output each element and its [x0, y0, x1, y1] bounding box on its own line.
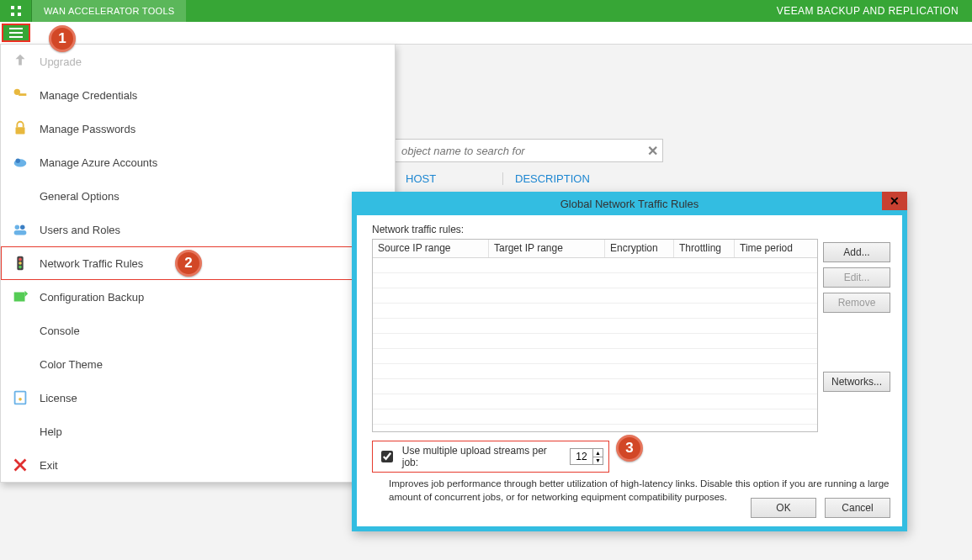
menu-item-configuration-backup[interactable]: Configuration Backup — [1, 280, 395, 314]
menu-item-manage-azure-accounts[interactable]: Manage Azure Accounts — [1, 145, 395, 179]
table-row[interactable] — [373, 334, 817, 349]
svg-rect-6 — [9, 36, 23, 38]
svg-rect-19 — [14, 293, 25, 302]
grid-header-row: Source IP range Target IP range Encrypti… — [373, 240, 817, 258]
col-throttling[interactable]: Throttling — [674, 240, 735, 257]
blank-icon — [9, 185, 31, 207]
col-description[interactable]: DESCRIPTION — [503, 172, 613, 185]
main-menu-button[interactable] — [2, 24, 30, 42]
spinner-down-icon[interactable]: ▼ — [593, 457, 603, 465]
col-encryption[interactable]: Encryption — [605, 240, 674, 257]
cancel-button[interactable]: Cancel — [825, 498, 890, 518]
table-row[interactable] — [373, 288, 817, 304]
svg-point-13 — [20, 225, 25, 230]
svg-point-18 — [19, 266, 22, 269]
upload-streams-checkbox[interactable] — [381, 451, 393, 462]
menu-item-label: Configuration Backup — [40, 291, 144, 304]
upload-streams-spinner[interactable]: ▲ ▼ — [570, 448, 603, 465]
menu-item-color-theme[interactable]: Color Theme▶ — [1, 347, 395, 381]
table-row[interactable] — [373, 319, 817, 334]
rules-label: Network traffic rules: — [372, 224, 890, 235]
svg-rect-8 — [19, 93, 26, 96]
cloud-user-icon — [9, 151, 31, 173]
svg-rect-5 — [9, 32, 23, 34]
exit-icon — [9, 454, 31, 476]
traffic-light-icon — [9, 252, 31, 274]
upload-streams-row: Use multiple upload streams per job: ▲ ▼ — [372, 441, 609, 473]
svg-point-16 — [19, 258, 22, 262]
menu-item-manage-credentials[interactable]: Manage Credentials — [1, 78, 395, 112]
table-row[interactable] — [373, 379, 817, 394]
edit-button[interactable]: Edit... — [823, 267, 890, 288]
menu-item-label: Manage Azure Accounts — [40, 156, 157, 169]
table-row[interactable] — [373, 394, 817, 409]
svg-rect-2 — [11, 13, 14, 16]
clear-search-icon[interactable]: ✕ — [642, 143, 662, 159]
table-row[interactable] — [373, 409, 817, 425]
search-box[interactable]: ✕ — [394, 139, 663, 162]
ribbon-tab-wan-accelerator[interactable]: WAN ACCELERATOR TOOLS — [32, 0, 186, 22]
menu-item-label: Help — [40, 425, 62, 438]
spinner-up-icon[interactable]: ▲ — [593, 449, 603, 457]
menu-item-users-and-roles[interactable]: Users and Roles — [1, 213, 395, 246]
menu-item-label: Users and Roles — [40, 224, 120, 236]
col-source-ip[interactable]: Source IP range — [373, 240, 489, 257]
networks-button[interactable]: Networks... — [823, 372, 890, 392]
menu-item-manage-passwords[interactable]: Manage Passwords — [1, 112, 395, 145]
app-title: VEEAM BACKUP AND REPLICATION — [777, 5, 972, 17]
menu-item-label: Color Theme — [40, 358, 103, 371]
upload-streams-label: Use multiple upload streams per job: — [402, 445, 563, 468]
blank-icon — [9, 420, 31, 442]
app-menu-icon[interactable] — [0, 0, 32, 22]
title-bar: WAN ACCELERATOR TOOLS VEEAM BACKUP AND R… — [0, 0, 972, 22]
lock-key-icon — [9, 118, 31, 140]
menu-item-exit[interactable]: Exit — [1, 448, 395, 482]
menu-item-label: Network Traffic Rules — [40, 257, 143, 270]
close-icon[interactable]: ✕ — [882, 192, 907, 210]
quick-access-row — [0, 24, 972, 45]
menu-item-console[interactable]: Console▶ — [1, 314, 395, 347]
svg-point-21 — [19, 398, 22, 401]
annotation-badge-3: 3 — [616, 435, 643, 462]
menu-item-label: General Options — [40, 190, 120, 203]
rules-grid[interactable]: Source IP range Target IP range Encrypti… — [372, 239, 818, 432]
menu-item-label: Exit — [40, 459, 58, 472]
svg-point-17 — [19, 262, 22, 265]
upload-streams-value[interactable] — [571, 449, 592, 464]
svg-rect-4 — [9, 28, 23, 29]
blank-icon — [9, 320, 31, 341]
svg-point-12 — [15, 225, 19, 230]
col-time-period[interactable]: Time period — [735, 240, 815, 257]
col-host[interactable]: HOST — [394, 172, 503, 185]
ok-button[interactable]: OK — [751, 498, 816, 518]
table-row[interactable] — [373, 258, 817, 273]
remove-button[interactable]: Remove — [823, 293, 890, 313]
dialog-side-buttons: Add... Edit... Remove Networks... — [823, 242, 890, 392]
menu-item-label: License — [40, 392, 77, 404]
key-icon — [9, 84, 31, 106]
menu-item-general-options[interactable]: General Options — [1, 179, 395, 213]
menu-item-label: Console — [40, 325, 80, 337]
menu-item-license[interactable]: License — [1, 381, 395, 415]
annotation-badge-1: 1 — [49, 25, 76, 52]
svg-rect-3 — [18, 13, 21, 16]
search-input[interactable] — [395, 145, 642, 157]
network-traffic-rules-dialog: Global Network Traffic Rules ✕ Network t… — [352, 192, 907, 531]
dialog-footer: OK Cancel — [751, 498, 890, 518]
table-row[interactable] — [373, 364, 817, 379]
table-row[interactable] — [373, 304, 817, 319]
menu-item-help[interactable]: Help▶ — [1, 415, 395, 448]
add-button[interactable]: Add... — [823, 242, 890, 262]
svg-point-11 — [16, 158, 21, 163]
col-target-ip[interactable]: Target IP range — [489, 240, 605, 257]
menu-item-label: Manage Credentials — [40, 89, 137, 102]
svg-rect-14 — [14, 230, 27, 235]
menu-item-label: Manage Passwords — [40, 123, 135, 135]
table-row[interactable] — [373, 273, 817, 288]
dialog-title: Global Network Traffic Rules — [560, 198, 699, 210]
table-row[interactable] — [373, 349, 817, 364]
svg-rect-9 — [16, 127, 25, 134]
config-backup-icon — [9, 286, 31, 308]
menu-item-label: Upgrade — [40, 55, 82, 68]
list-headers: HOST DESCRIPTION — [394, 171, 613, 186]
